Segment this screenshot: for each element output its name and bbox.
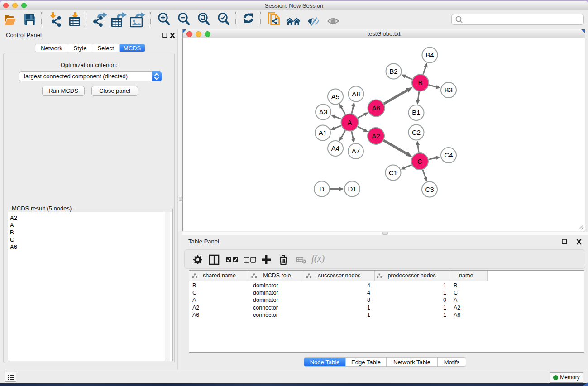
svg-text:A7: A7 — [352, 147, 360, 155]
svg-text:A4: A4 — [331, 144, 339, 152]
svg-text:D1: D1 — [348, 185, 356, 193]
svg-text:B3: B3 — [445, 86, 453, 94]
svg-text:A2: A2 — [372, 132, 380, 140]
svg-text:A6: A6 — [372, 104, 380, 112]
svg-text:B2: B2 — [389, 67, 397, 75]
svg-text:B: B — [418, 79, 422, 86]
svg-text:A: A — [347, 119, 352, 126]
svg-text:C3: C3 — [425, 186, 434, 193]
svg-text:D: D — [320, 185, 325, 193]
svg-text:B1: B1 — [412, 109, 420, 116]
svg-text:C2: C2 — [412, 129, 421, 136]
svg-text:A8: A8 — [352, 90, 360, 98]
svg-text:B4: B4 — [425, 51, 434, 59]
svg-text:A3: A3 — [319, 108, 327, 116]
svg-text:A1: A1 — [319, 129, 327, 137]
svg-text:C1: C1 — [389, 169, 397, 176]
svg-text:C: C — [417, 157, 422, 165]
svg-text:A5: A5 — [331, 93, 339, 100]
svg-text:C4: C4 — [444, 151, 453, 159]
